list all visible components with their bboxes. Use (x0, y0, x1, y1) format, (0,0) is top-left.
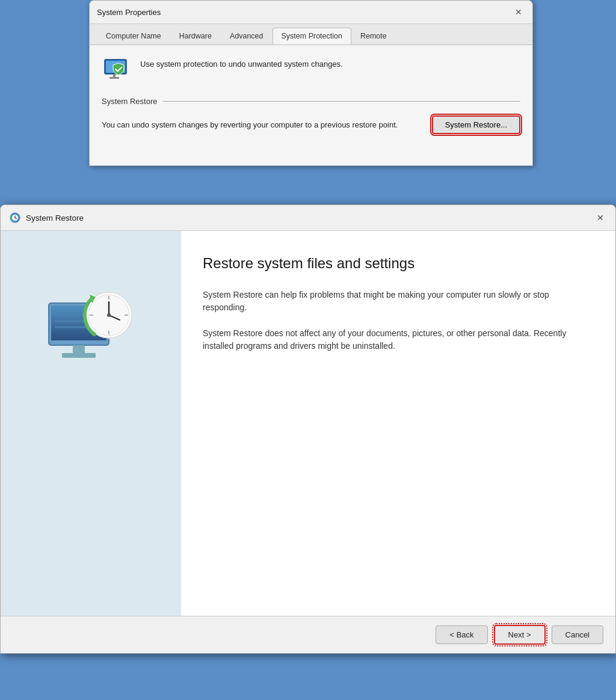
system-restore-window: System Restore ✕ (0, 204, 616, 654)
section-divider (163, 101, 520, 102)
system-restore-footer: < Back Next > Cancel (1, 616, 615, 653)
tab-computer-name[interactable]: Computer Name (97, 28, 170, 45)
system-restore-description: You can undo system changes by reverting… (102, 120, 420, 129)
system-props-top-row: Use system protection to undo unwanted s… (102, 55, 520, 85)
system-restore-content: Restore system files and settings System… (1, 231, 615, 616)
restore-illustration (37, 267, 145, 375)
system-properties-tabs: Computer Name Hardware Advanced System P… (90, 24, 532, 45)
svg-rect-15 (73, 345, 85, 354)
system-props-description: Use system protection to undo unwanted s… (140, 55, 343, 69)
system-properties-titlebar: System Properties ✕ (90, 1, 532, 24)
system-restore-section: System Restore (102, 97, 520, 106)
tab-system-protection[interactable]: System Protection (273, 28, 351, 45)
back-button[interactable]: < Back (436, 625, 487, 644)
svg-point-25 (107, 313, 111, 317)
svg-rect-3 (109, 77, 119, 79)
system-restore-section-label: System Restore (102, 97, 157, 106)
cancel-button[interactable]: Cancel (552, 625, 603, 644)
tab-hardware[interactable]: Hardware (170, 28, 221, 45)
system-properties-close-button[interactable]: ✕ (512, 5, 525, 19)
system-restore-titlebar: System Restore ✕ (1, 205, 615, 231)
system-restore-button[interactable]: System Restore... (432, 115, 520, 134)
restore-paragraph-1: System Restore can help fix problems tha… (203, 289, 594, 314)
restore-heading: Restore system files and settings (203, 255, 594, 272)
tab-advanced[interactable]: Advanced (221, 28, 273, 45)
system-properties-content: Use system protection to undo unwanted s… (90, 45, 532, 165)
system-restore-close-button[interactable]: ✕ (594, 211, 607, 224)
system-properties-window: System Properties ✕ Computer Name Hardwa… (89, 0, 533, 166)
system-restore-left-panel (1, 231, 181, 616)
system-restore-title-row: System Restore (9, 212, 84, 224)
system-properties-title: System Properties (97, 8, 161, 17)
tab-remote[interactable]: Remote (351, 28, 396, 45)
system-restore-row: You can undo system changes by reverting… (102, 115, 520, 134)
system-restore-right-panel: Restore system files and settings System… (181, 231, 615, 616)
system-restore-title: System Restore (26, 213, 84, 223)
svg-rect-16 (62, 353, 96, 358)
system-restore-title-icon (9, 212, 21, 224)
next-button[interactable]: Next > (494, 625, 546, 645)
system-protection-icon (102, 55, 132, 85)
restore-paragraph-2: System Restore does not affect any of yo… (203, 327, 594, 352)
